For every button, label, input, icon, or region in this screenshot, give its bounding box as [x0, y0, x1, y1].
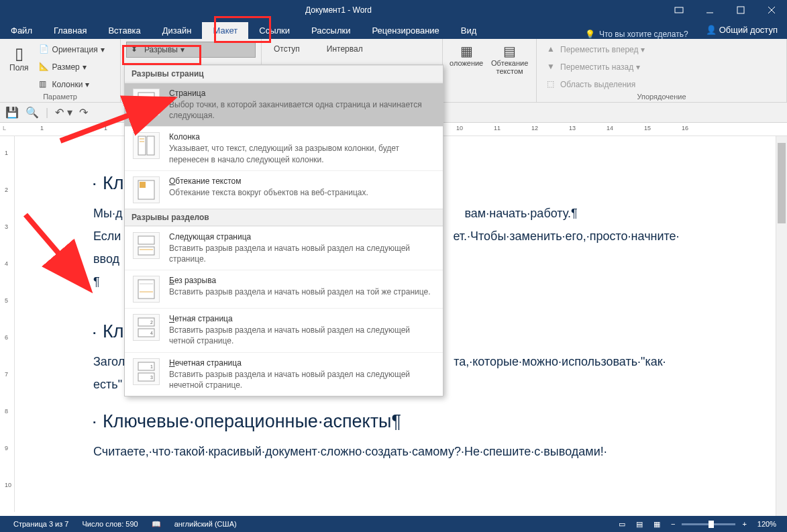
continuous-icon	[133, 276, 160, 303]
tab-references[interactable]: Ссылки	[248, 22, 301, 39]
zoom-out-icon[interactable]: −	[667, 520, 679, 528]
zoom-icon[interactable]: 🔍	[25, 106, 39, 119]
save-icon[interactable]: 💾	[5, 106, 19, 119]
tab-mailings[interactable]: Рассылки	[301, 22, 361, 39]
margins-button[interactable]: Поля	[9, 63, 29, 72]
svg-rect-16	[138, 280, 154, 299]
spacing-label: Интервал	[327, 44, 363, 54]
maximize-icon[interactable]	[725, 0, 756, 20]
wrap-text-icon[interactable]: ▤	[503, 43, 516, 59]
selection-pane-button[interactable]: ⬚Область выделения	[542, 76, 781, 93]
textwrap-break-icon	[133, 176, 160, 203]
view-read-icon[interactable]: ▭	[615, 520, 629, 529]
minimize-icon[interactable]	[694, 0, 725, 20]
svg-rect-12	[140, 182, 146, 188]
breaks-button[interactable]: ⬍Разрывы ▾	[126, 42, 256, 58]
redo-icon[interactable]: ↷	[79, 106, 88, 119]
tab-insert[interactable]: Вставка	[97, 22, 151, 39]
status-language[interactable]: английский (США)	[168, 520, 244, 528]
view-print-icon[interactable]: ▤	[632, 520, 647, 529]
even-page-icon: 24	[133, 314, 160, 341]
orientation-button[interactable]: 📄Ориентация ▾	[34, 42, 109, 58]
share-button[interactable]: 👤 Общий доступ	[696, 20, 787, 39]
break-even-page-item[interactable]: 24 Четная страницаВставить разрыв раздел…	[125, 308, 443, 352]
svg-rect-5	[138, 93, 154, 101]
break-continuous-item[interactable]: Без разрываВставить разрыв раздела и нач…	[125, 270, 443, 308]
page-break-icon	[133, 89, 160, 115]
vertical-ruler[interactable]: 1 2 3 4 5 6 7 8 9 10	[1, 136, 15, 512]
svg-text:2: 2	[150, 320, 153, 325]
column-break-icon	[133, 132, 160, 159]
columns-button[interactable]: ▥Колонки ▾	[34, 76, 109, 93]
break-page-item[interactable]: СтраницаВыбор точки, в которой заканчива…	[125, 83, 443, 126]
break-odd-page-item[interactable]: 13 Нечетная страницаВставить разрыв разд…	[125, 352, 443, 396]
view-web-icon[interactable]: ▦	[649, 520, 664, 529]
svg-rect-6	[138, 103, 154, 111]
next-page-icon	[133, 232, 160, 259]
svg-rect-0	[675, 7, 683, 13]
tab-design[interactable]: Дизайн	[152, 22, 203, 39]
tab-view[interactable]: Вид	[450, 22, 488, 39]
tell-me-input[interactable]: 💡 Что вы хотите сделать?	[577, 30, 696, 39]
page-breaks-header: Разрывы страниц	[125, 65, 443, 83]
breaks-dropdown: Разрывы страниц СтраницаВыбор точки, в к…	[124, 64, 443, 396]
svg-rect-13	[138, 236, 154, 244]
indent-label: Отступ	[274, 44, 300, 54]
heading-3: Ключевые·операционные·аспекты¶	[93, 408, 708, 436]
vertical-scrollbar[interactable]	[776, 136, 787, 516]
zoom-in-icon[interactable]: +	[738, 520, 750, 528]
send-backward-button: ▼Переместить назад ▾	[542, 59, 781, 75]
arrange-group-label: Упорядочение	[542, 93, 781, 101]
ribbon-options-icon[interactable]	[664, 0, 694, 20]
section-breaks-header: Разрывы разделов	[125, 209, 443, 226]
size-icon: 📐	[39, 62, 50, 72]
break-page-label: траница	[175, 89, 206, 98]
undo-icon[interactable]: ↶ ▾	[55, 106, 72, 119]
close-icon[interactable]	[756, 0, 787, 20]
break-textwrap-item[interactable]: Обтекание текстомОбтекание текста вокруг…	[125, 170, 443, 209]
bring-forward-button: ▲Переместить вперед ▾	[542, 42, 781, 58]
orientation-icon: 📄	[39, 44, 50, 55]
zoom-percent[interactable]: 120%	[753, 520, 780, 528]
svg-rect-2	[737, 7, 744, 13]
position-icon[interactable]: ▦	[460, 43, 473, 59]
breaks-icon: ⬍	[131, 44, 142, 55]
tab-review[interactable]: Рецензирование	[361, 22, 450, 39]
margins-icon[interactable]: ▯	[15, 44, 23, 63]
break-column-item[interactable]: КолонкаУказывает, что текст, следующий з…	[125, 126, 443, 170]
break-next-page-item[interactable]: Следующая страницаВставить разрыв раздел…	[125, 226, 443, 270]
svg-rect-14	[138, 247, 154, 255]
size-button[interactable]: 📐Размер ▾	[34, 59, 109, 75]
svg-rect-8	[147, 136, 154, 155]
columns-icon: ▥	[39, 79, 50, 90]
page-setup-group-label: Параметр	[5, 93, 115, 101]
tab-home[interactable]: Главная	[43, 22, 97, 39]
svg-text:3: 3	[150, 375, 153, 380]
status-spellcheck-icon[interactable]: 📖	[145, 520, 168, 529]
zoom-slider[interactable]	[682, 523, 735, 525]
svg-text:4: 4	[150, 331, 153, 335]
odd-page-icon: 13	[133, 358, 160, 385]
svg-text:1: 1	[150, 364, 153, 369]
status-page[interactable]: Страница 3 из 7	[7, 520, 75, 528]
tab-layout[interactable]: Макет	[202, 22, 248, 39]
status-word-count[interactable]: Число слов: 590	[75, 520, 144, 528]
tab-file[interactable]: Файл	[0, 22, 43, 39]
window-title: Документ1 - Word	[13, 5, 664, 15]
